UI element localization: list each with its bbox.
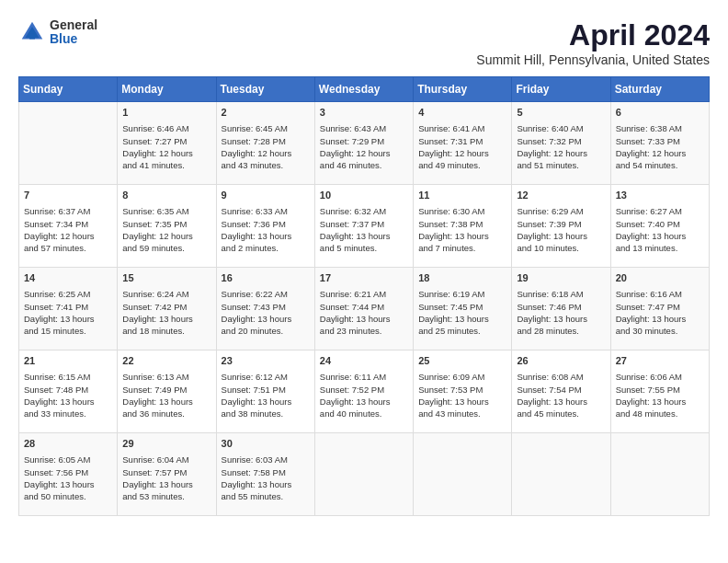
day-number: 15 (122, 271, 210, 285)
svg-rect-2 (29, 34, 35, 40)
calendar-cell: 8Sunrise: 6:35 AM Sunset: 7:35 PM Daylig… (118, 185, 216, 268)
calendar-cell: 27Sunrise: 6:06 AM Sunset: 7:55 PM Dayli… (610, 350, 709, 433)
day-info: Sunrise: 6:08 AM Sunset: 7:54 PM Dayligh… (517, 371, 605, 419)
title-area: April 2024 Summit Hill, Pennsylvania, Un… (476, 18, 710, 67)
day-info: Sunrise: 6:18 AM Sunset: 7:46 PM Dayligh… (517, 288, 605, 337)
day-info: Sunrise: 6:04 AM Sunset: 7:57 PM Dayligh… (122, 454, 210, 502)
day-number: 25 (418, 354, 506, 368)
calendar-cell: 14Sunrise: 6:25 AM Sunset: 7:41 PM Dayli… (19, 268, 118, 350)
logo-icon (18, 18, 46, 46)
day-number: 22 (122, 354, 210, 368)
header: General Blue April 2024 Summit Hill, Pen… (18, 18, 710, 67)
day-info: Sunrise: 6:30 AM Sunset: 7:38 PM Dayligh… (418, 205, 506, 254)
week-row-2: 7Sunrise: 6:37 AM Sunset: 7:34 PM Daylig… (19, 185, 710, 268)
calendar-header-saturday: Saturday (610, 77, 709, 102)
day-number: 1 (122, 106, 210, 120)
day-number: 17 (320, 271, 408, 285)
calendar-cell: 3Sunrise: 6:43 AM Sunset: 7:29 PM Daylig… (314, 102, 413, 185)
week-row-5: 28Sunrise: 6:05 AM Sunset: 7:56 PM Dayli… (19, 433, 710, 516)
day-info: Sunrise: 6:35 AM Sunset: 7:35 PM Dayligh… (122, 205, 210, 254)
calendar-cell: 9Sunrise: 6:33 AM Sunset: 7:36 PM Daylig… (216, 185, 314, 268)
logo-text: General Blue (50, 18, 97, 47)
day-info: Sunrise: 6:03 AM Sunset: 7:58 PM Dayligh… (222, 454, 310, 502)
calendar-cell: 13Sunrise: 6:27 AM Sunset: 7:40 PM Dayli… (610, 185, 709, 268)
day-info: Sunrise: 6:38 AM Sunset: 7:33 PM Dayligh… (616, 122, 704, 171)
day-info: Sunrise: 6:22 AM Sunset: 7:43 PM Dayligh… (222, 288, 310, 337)
day-number: 16 (222, 271, 310, 285)
calendar-header-friday: Friday (512, 77, 610, 102)
main-title: April 2024 (476, 18, 710, 52)
day-info: Sunrise: 6:29 AM Sunset: 7:39 PM Dayligh… (517, 205, 605, 254)
calendar-cell: 21Sunrise: 6:15 AM Sunset: 7:48 PM Dayli… (19, 350, 118, 433)
calendar-cell: 26Sunrise: 6:08 AM Sunset: 7:54 PM Dayli… (512, 350, 610, 433)
calendar-cell: 7Sunrise: 6:37 AM Sunset: 7:34 PM Daylig… (19, 185, 118, 268)
day-number: 21 (24, 354, 112, 368)
calendar-cell: 30Sunrise: 6:03 AM Sunset: 7:58 PM Dayli… (216, 433, 314, 516)
calendar-cell: 4Sunrise: 6:41 AM Sunset: 7:31 PM Daylig… (414, 102, 512, 185)
day-info: Sunrise: 6:12 AM Sunset: 7:51 PM Dayligh… (222, 371, 310, 419)
day-number: 20 (616, 271, 704, 285)
day-info: Sunrise: 6:06 AM Sunset: 7:55 PM Dayligh… (616, 371, 704, 419)
day-number: 27 (616, 354, 704, 368)
day-number: 11 (418, 189, 506, 202)
calendar-cell (314, 433, 413, 516)
subtitle: Summit Hill, Pennsylvania, United States (476, 52, 710, 67)
calendar-cell (610, 433, 709, 516)
day-number: 3 (320, 106, 408, 120)
calendar-cell: 20Sunrise: 6:16 AM Sunset: 7:47 PM Dayli… (610, 268, 709, 350)
day-number: 18 (418, 271, 506, 285)
calendar-header-thursday: Thursday (414, 77, 512, 102)
day-number: 9 (222, 189, 310, 202)
day-info: Sunrise: 6:32 AM Sunset: 7:37 PM Dayligh… (320, 205, 408, 254)
calendar-cell: 15Sunrise: 6:24 AM Sunset: 7:42 PM Dayli… (118, 268, 216, 350)
calendar-cell: 17Sunrise: 6:21 AM Sunset: 7:44 PM Dayli… (314, 268, 413, 350)
calendar-cell: 25Sunrise: 6:09 AM Sunset: 7:53 PM Dayli… (414, 350, 512, 433)
logo-general: General (50, 18, 97, 32)
calendar-cell: 10Sunrise: 6:32 AM Sunset: 7:37 PM Dayli… (314, 185, 413, 268)
day-number: 12 (517, 189, 605, 202)
day-number: 14 (24, 271, 112, 285)
calendar-cell: 18Sunrise: 6:19 AM Sunset: 7:45 PM Dayli… (414, 268, 512, 350)
week-row-1: 1Sunrise: 6:46 AM Sunset: 7:27 PM Daylig… (19, 102, 710, 185)
calendar-cell: 12Sunrise: 6:29 AM Sunset: 7:39 PM Dayli… (512, 185, 610, 268)
day-number: 5 (517, 106, 605, 120)
calendar-cell: 2Sunrise: 6:45 AM Sunset: 7:28 PM Daylig… (216, 102, 314, 185)
day-info: Sunrise: 6:19 AM Sunset: 7:45 PM Dayligh… (418, 288, 506, 337)
day-number: 13 (616, 189, 704, 202)
calendar-cell: 16Sunrise: 6:22 AM Sunset: 7:43 PM Dayli… (216, 268, 314, 350)
calendar-cell: 29Sunrise: 6:04 AM Sunset: 7:57 PM Dayli… (118, 433, 216, 516)
calendar-cell: 11Sunrise: 6:30 AM Sunset: 7:38 PM Dayli… (414, 185, 512, 268)
calendar-cell: 6Sunrise: 6:38 AM Sunset: 7:33 PM Daylig… (610, 102, 709, 185)
day-info: Sunrise: 6:13 AM Sunset: 7:49 PM Dayligh… (122, 371, 210, 419)
logo-blue: Blue (50, 32, 97, 46)
day-info: Sunrise: 6:24 AM Sunset: 7:42 PM Dayligh… (122, 288, 210, 337)
day-number: 4 (418, 106, 506, 120)
day-number: 23 (222, 354, 310, 368)
day-info: Sunrise: 6:43 AM Sunset: 7:29 PM Dayligh… (320, 122, 408, 171)
day-number: 29 (122, 437, 210, 451)
day-number: 28 (24, 437, 112, 451)
calendar-table: SundayMondayTuesdayWednesdayThursdayFrid… (18, 76, 710, 516)
day-info: Sunrise: 6:15 AM Sunset: 7:48 PM Dayligh… (24, 371, 112, 419)
calendar-cell (512, 433, 610, 516)
day-number: 24 (320, 354, 408, 368)
calendar-cell: 19Sunrise: 6:18 AM Sunset: 7:46 PM Dayli… (512, 268, 610, 350)
week-row-4: 21Sunrise: 6:15 AM Sunset: 7:48 PM Dayli… (19, 350, 710, 433)
calendar-cell: 24Sunrise: 6:11 AM Sunset: 7:52 PM Dayli… (314, 350, 413, 433)
calendar-header-monday: Monday (118, 77, 216, 102)
day-info: Sunrise: 6:27 AM Sunset: 7:40 PM Dayligh… (616, 205, 704, 254)
day-info: Sunrise: 6:05 AM Sunset: 7:56 PM Dayligh… (24, 454, 112, 502)
day-info: Sunrise: 6:16 AM Sunset: 7:47 PM Dayligh… (616, 288, 704, 337)
day-number: 19 (517, 271, 605, 285)
day-info: Sunrise: 6:40 AM Sunset: 7:32 PM Dayligh… (517, 122, 605, 171)
day-info: Sunrise: 6:25 AM Sunset: 7:41 PM Dayligh… (24, 288, 112, 337)
calendar-header-sunday: Sunday (19, 77, 118, 102)
day-info: Sunrise: 6:21 AM Sunset: 7:44 PM Dayligh… (320, 288, 408, 337)
day-info: Sunrise: 6:46 AM Sunset: 7:27 PM Dayligh… (122, 122, 210, 171)
day-number: 10 (320, 189, 408, 202)
calendar-cell: 22Sunrise: 6:13 AM Sunset: 7:49 PM Dayli… (118, 350, 216, 433)
week-row-3: 14Sunrise: 6:25 AM Sunset: 7:41 PM Dayli… (19, 268, 710, 350)
day-info: Sunrise: 6:33 AM Sunset: 7:36 PM Dayligh… (222, 205, 310, 254)
day-number: 26 (517, 354, 605, 368)
day-number: 7 (24, 189, 112, 202)
